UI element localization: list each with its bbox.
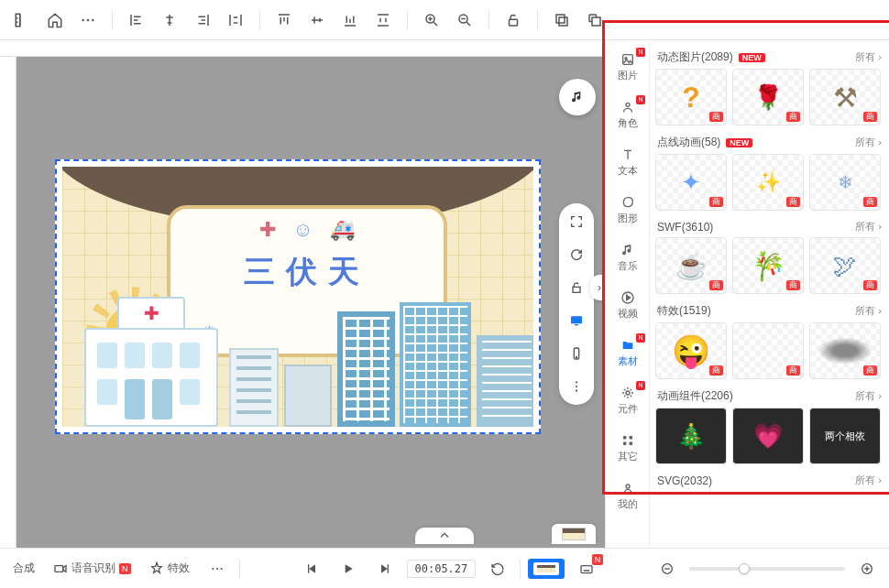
asset-thumb[interactable]: ⚒商 xyxy=(809,69,881,125)
main-area: 默认镜头 ✚ ☺ 🚑 三伏天 ☼ ✚ xyxy=(0,40,889,548)
stage-selection[interactable]: 默认镜头 ✚ ☺ 🚑 三伏天 ☼ ✚ xyxy=(55,159,541,434)
copy-button[interactable] xyxy=(580,5,609,35)
loop-button[interactable] xyxy=(483,556,512,582)
asset-thumb[interactable]: ❄商 xyxy=(809,154,881,211)
asset-thumb[interactable]: 🕊商 xyxy=(809,237,881,294)
separator xyxy=(239,559,240,579)
step-forward-button[interactable] xyxy=(370,556,400,582)
scene-preview-toggle[interactable] xyxy=(528,559,565,579)
compose-label: 合成 xyxy=(13,561,35,576)
view-all-link[interactable]: 所有 › xyxy=(855,304,882,318)
nav-label: 音乐 xyxy=(618,259,638,273)
asset-nav-shape[interactable]: 图形 xyxy=(606,187,649,233)
asset-thumb[interactable]: ?商 xyxy=(655,69,727,125)
more-button[interactable] xyxy=(73,5,103,35)
category-title: SWF(3610) xyxy=(657,221,713,234)
zoom-in-button[interactable] xyxy=(417,5,446,35)
desktop-preview-button[interactable] xyxy=(565,311,587,330)
thumb-glyph: ❄ xyxy=(838,171,853,193)
bottom-more-button[interactable] xyxy=(203,556,232,582)
align-bottom-button[interactable] xyxy=(335,5,365,35)
stage-canvas[interactable]: ✚ ☺ 🚑 三伏天 ☼ ✚ xyxy=(62,167,533,427)
more-tools-button[interactable] xyxy=(565,377,587,396)
new-badge: N xyxy=(636,333,645,343)
view-all-link[interactable]: 所有 › xyxy=(855,220,882,234)
asset-thumb[interactable]: 🎋商 xyxy=(732,237,804,294)
commercial-badge: 商 xyxy=(863,197,877,207)
hospital-building: ✚ xyxy=(84,328,218,427)
thumb-glyph: 💗 xyxy=(753,422,783,451)
asset-nav-user[interactable]: 我的 xyxy=(606,473,649,518)
asset-thumb[interactable]: 🎄 xyxy=(655,408,727,464)
svg-point-2 xyxy=(87,18,89,20)
music-fab-button[interactable] xyxy=(559,79,596,115)
duplicate-button[interactable] xyxy=(547,5,576,35)
step-back-button[interactable] xyxy=(297,556,326,582)
mobile-preview-button[interactable] xyxy=(565,344,587,363)
asset-nav-widget[interactable]: 元件N xyxy=(606,377,649,423)
asset-thumb[interactable]: 🌹商 xyxy=(732,69,804,125)
asset-thumb[interactable]: ☕商 xyxy=(655,237,727,294)
asset-nav-video[interactable]: 视频 xyxy=(606,282,649,328)
view-all-link[interactable]: 所有 › xyxy=(855,136,882,149)
zoom-out-button[interactable] xyxy=(450,5,479,35)
asset-thumb[interactable]: ✨商 xyxy=(732,154,804,211)
zoom-slider[interactable] xyxy=(689,567,845,571)
nav-label: 我的 xyxy=(618,497,638,511)
asset-nav-person[interactable]: 角色N xyxy=(606,92,649,137)
svg-rect-29 xyxy=(55,565,63,572)
asset-thumb[interactable]: ✦商 xyxy=(655,154,727,211)
keyboard-shortcut-button[interactable]: N xyxy=(572,556,601,582)
rotate-button[interactable] xyxy=(565,245,587,264)
ruler-toggle-button[interactable] xyxy=(7,5,37,35)
compose-button[interactable]: 合成 xyxy=(7,556,40,582)
asset-nav-image[interactable]: 图片N xyxy=(606,44,649,90)
view-all-link[interactable]: 所有 › xyxy=(855,389,882,403)
toolbar-separator xyxy=(112,10,113,30)
play-button[interactable] xyxy=(334,556,363,582)
home-button[interactable] xyxy=(40,5,70,35)
asset-thumb[interactable]: 💗 xyxy=(732,408,804,464)
distribute-v-button[interactable] xyxy=(368,5,398,35)
scene-thumbnail-button[interactable] xyxy=(552,524,596,544)
align-top-button[interactable] xyxy=(269,5,299,35)
asset-nav-text[interactable]: 文本 xyxy=(606,139,649,185)
asset-thumb[interactable]: 两个相依 xyxy=(809,408,881,464)
lock-toggle[interactable] xyxy=(565,278,587,297)
align-center-h-button[interactable] xyxy=(155,5,184,35)
align-left-button[interactable] xyxy=(122,5,151,35)
zoom-slider-knob[interactable] xyxy=(739,563,750,574)
thumb-glyph: ✨ xyxy=(756,170,781,194)
asset-nav-music[interactable]: 音乐 xyxy=(606,234,649,280)
thumb-glyph: ✦ xyxy=(681,169,701,197)
user-icon xyxy=(620,481,635,495)
asset-thumb[interactable]: 商 xyxy=(732,322,804,379)
commercial-badge: 商 xyxy=(863,365,877,376)
buildings-group: ✚ xyxy=(62,310,533,427)
unlock-button[interactable] xyxy=(499,5,528,35)
zoom-in-bottom[interactable] xyxy=(852,556,882,582)
distribute-h-button[interactable] xyxy=(221,5,250,35)
fullscreen-toggle[interactable] xyxy=(565,212,587,231)
zoom-out-bottom[interactable] xyxy=(653,556,682,582)
building-5 xyxy=(477,335,533,427)
asset-nav-apps[interactable]: 其它 xyxy=(606,425,649,471)
view-all-link[interactable]: 所有 › xyxy=(855,474,882,487)
svg-rect-7 xyxy=(556,15,565,23)
commercial-badge: 商 xyxy=(863,112,877,122)
building-4 xyxy=(400,302,471,427)
timeline-toggle-handle[interactable] xyxy=(415,528,474,544)
toolbar-separator xyxy=(488,10,489,30)
voice-recognition-button[interactable]: 语音识别 N xyxy=(48,556,137,582)
view-all-link[interactable]: 所有 › xyxy=(855,50,882,64)
asset-thumb[interactable]: 商 xyxy=(809,322,881,379)
effects-button[interactable]: 特效 xyxy=(144,556,195,582)
effects-label: 特效 xyxy=(168,561,190,576)
commercial-badge: 商 xyxy=(786,365,800,376)
time-display[interactable]: 00:05.27 xyxy=(407,560,477,578)
align-right-button[interactable] xyxy=(188,5,217,35)
asset-thumb[interactable]: 😜商 xyxy=(655,322,727,379)
thumb-glyph: 😜 xyxy=(672,332,710,369)
align-middle-button[interactable] xyxy=(302,5,332,35)
asset-nav-folder[interactable]: 素材N xyxy=(606,330,649,376)
